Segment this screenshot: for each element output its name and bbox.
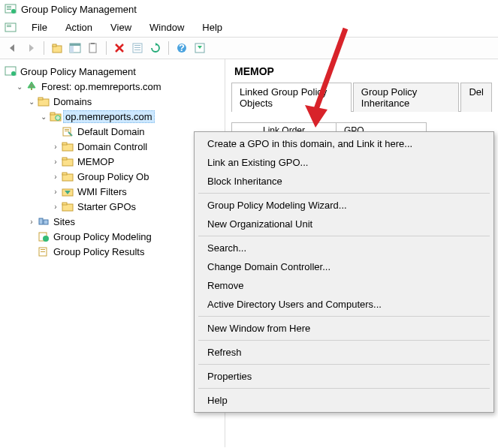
svg-point-23 (11, 71, 16, 76)
tree-label: Default Domain (75, 125, 147, 138)
tree-gp-modeling[interactable]: Group Policy Modeling (2, 229, 223, 244)
cm-ad-users[interactable]: Active Directory Users and Computers... (197, 295, 491, 314)
back-button[interactable] (5, 40, 21, 56)
tree-root[interactable]: Group Policy Management (2, 64, 223, 79)
svg-rect-30 (63, 128, 71, 136)
separator (198, 236, 490, 236)
svg-rect-24 (31, 88, 32, 90)
mmc-icon (5, 22, 17, 34)
tree-starter-gpos[interactable]: › Starter GPOs (2, 199, 223, 214)
tab-gp-inheritance[interactable]: Group Policy Inheritance (353, 83, 460, 112)
cm-help[interactable]: Help (197, 391, 491, 410)
cm-link-existing[interactable]: Link an Existing GPO... (197, 153, 491, 172)
menubar: File Action View Window Help (0, 18, 498, 38)
tree-memop[interactable]: › MEMOP (2, 154, 223, 169)
context-menu: Create a GPO in this domain, and Link it… (194, 131, 494, 413)
refresh-button[interactable] (147, 40, 164, 56)
svg-rect-28 (50, 113, 55, 115)
cm-create-gpo[interactable]: Create a GPO in this domain, and Link it… (197, 134, 491, 153)
caret-expanded-icon[interactable]: ⌄ (27, 98, 36, 106)
tree-domain-controllers[interactable]: › Domain Controll (2, 139, 223, 154)
tree-wmi-filters[interactable]: › WMI Filters (2, 184, 223, 199)
svg-rect-41 (62, 203, 67, 205)
caret-collapsed-icon[interactable]: › (27, 218, 36, 226)
cm-block-inheritance[interactable]: Block Inheritance (197, 172, 491, 191)
separator (106, 41, 107, 55)
svg-rect-31 (65, 129, 69, 130)
svg-rect-18 (134, 50, 140, 50)
svg-rect-36 (62, 158, 67, 160)
cm-remove[interactable]: Remove (197, 276, 491, 295)
tree-domains[interactable]: ⌄ Domains (2, 94, 223, 109)
tree-pane[interactable]: Group Policy Management ⌄ Forest: op.mem… (0, 59, 225, 447)
svg-rect-16 (134, 45, 140, 46)
svg-rect-42 (39, 218, 43, 224)
copy-button[interactable] (85, 40, 101, 56)
delete-button[interactable] (111, 40, 128, 56)
svg-rect-47 (41, 249, 45, 250)
svg-text:?: ? (179, 42, 185, 53)
svg-point-29 (56, 116, 61, 121)
tree-sites[interactable]: › Sites (2, 214, 223, 229)
tree-default-domain[interactable]: Default Domain (2, 124, 223, 139)
separator (198, 364, 490, 365)
tab-delegation[interactable]: Del (460, 83, 492, 112)
show-hide-tree-button[interactable] (67, 40, 83, 56)
starter-gpo-icon (62, 200, 74, 212)
caret-expanded-icon[interactable]: ⌄ (39, 113, 48, 121)
menu-file[interactable]: File (24, 20, 55, 35)
svg-rect-12 (70, 46, 74, 53)
filter-button[interactable] (192, 40, 208, 56)
caret-expanded-icon[interactable]: ⌄ (15, 83, 24, 91)
cm-properties[interactable]: Properties (197, 367, 491, 386)
caret-collapsed-icon[interactable]: › (51, 143, 60, 151)
menu-view[interactable]: View (103, 20, 139, 35)
forest-icon (26, 80, 38, 92)
menu-help[interactable]: Help (195, 20, 230, 35)
tree-label: Group Policy Modeling (51, 230, 154, 243)
gp-modeling-icon (38, 230, 50, 242)
toolbar: ? (0, 38, 498, 59)
tree-label: Sites (51, 215, 77, 228)
tree-label: Starter GPOs (75, 200, 138, 213)
svg-rect-3 (7, 9, 11, 10)
caret-collapsed-icon[interactable]: › (51, 158, 60, 166)
properties-button[interactable] (129, 40, 146, 56)
caret-collapsed-icon[interactable]: › (51, 203, 60, 211)
cm-change-dc[interactable]: Change Domain Controller... (197, 257, 491, 276)
cm-search[interactable]: Search... (197, 239, 491, 257)
cm-new-ou[interactable]: New Organizational Unit (197, 215, 491, 233)
tree-forest[interactable]: ⌄ Forest: op.memreports.com (2, 79, 223, 94)
cm-gpm-wizard[interactable]: Group Policy Modeling Wizard... (197, 196, 491, 215)
svg-rect-1 (7, 6, 11, 7)
tree-label: Domains (51, 95, 94, 108)
svg-rect-32 (65, 131, 69, 131)
tree-gp-results[interactable]: Group Policy Results (2, 244, 223, 259)
cm-refresh[interactable]: Refresh (197, 343, 491, 362)
sites-icon (38, 215, 50, 227)
tab-linked-gpo[interactable]: Linked Group Policy Objects (231, 83, 352, 112)
tabs: Linked Group Policy Objects Group Policy… (231, 82, 492, 112)
gpo-link-icon (62, 125, 74, 137)
tree-gpo-objects[interactable]: › Group Policy Ob (2, 169, 223, 184)
caret-collapsed-icon[interactable]: › (51, 173, 60, 181)
ou-icon (62, 155, 74, 167)
svg-rect-38 (62, 173, 67, 175)
help-button[interactable]: ? (174, 40, 190, 56)
svg-rect-14 (91, 43, 95, 44)
svg-rect-13 (89, 44, 96, 53)
forward-button[interactable] (23, 40, 39, 56)
ou-icon (62, 140, 74, 152)
svg-rect-2 (7, 8, 11, 8)
up-button[interactable] (49, 40, 65, 56)
tree-label: Domain Controll (75, 140, 149, 153)
separator (198, 388, 490, 389)
menu-window[interactable]: Window (142, 20, 192, 35)
svg-rect-5 (5, 23, 16, 32)
menu-action[interactable]: Action (58, 20, 100, 35)
caret-collapsed-icon[interactable]: › (51, 188, 60, 196)
cm-new-window[interactable]: New Window from Here (197, 319, 491, 338)
tree-domain[interactable]: ⌄ op.memreports.com (2, 109, 223, 124)
separator (198, 340, 490, 341)
tree-label: Group Policy Ob (75, 170, 151, 183)
